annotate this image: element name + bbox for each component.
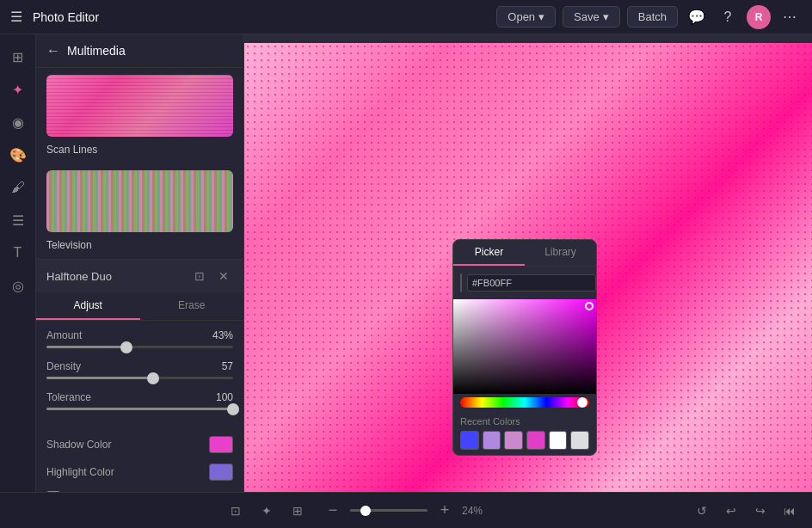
- sidebar-more-icon[interactable]: ◎: [4, 272, 32, 299]
- highlight-color-label: Highlight Color: [46, 466, 114, 478]
- redo-icon[interactable]: ↪: [748, 499, 772, 523]
- tab-erase[interactable]: Erase: [140, 292, 244, 320]
- recent-swatch-5[interactable]: [549, 431, 568, 450]
- tab-adjust[interactable]: Adjust: [36, 292, 140, 320]
- density-slider-row: Density 57: [46, 360, 233, 379]
- icon-sidebar: ⊞ ✦ ◉ 🎨 🖌 ☰ T ◎: [0, 34, 36, 492]
- picker-gradient-area[interactable]: [453, 299, 596, 394]
- television-label: Television: [46, 239, 92, 251]
- bottom-toolbar-left: ⊡ ✦ ⊞: [224, 499, 310, 523]
- density-slider-track[interactable]: [46, 377, 233, 379]
- main-area: ⊞ ✦ ◉ 🎨 🖌 ☰ T ◎ ← Multimedia Scan Lines …: [0, 34, 812, 492]
- recent-swatches: [460, 431, 589, 450]
- scan-lines-preview: [46, 75, 233, 137]
- picker-hex-input[interactable]: [467, 274, 596, 292]
- amount-slider-row: Amount 43%: [46, 329, 233, 348]
- tolerance-label-row: Tolerance 100: [46, 391, 233, 403]
- amount-value: 43%: [212, 329, 233, 341]
- sidebar-brush-icon[interactable]: 🖌: [4, 174, 32, 201]
- highlight-color-swatch[interactable]: [209, 464, 233, 481]
- reset-icon[interactable]: ↺: [690, 499, 714, 523]
- sidebar-text-icon[interactable]: T: [4, 239, 32, 267]
- tolerance-label: Tolerance: [46, 391, 91, 403]
- halftone-panel: Halftone Duo ⊡ ✕ Adjust Erase Amount 43%: [36, 259, 243, 492]
- zoom-in-button[interactable]: +: [433, 499, 457, 523]
- halftone-actions: ⊡ ✕: [190, 267, 233, 285]
- density-label-row: Density 57: [46, 360, 233, 372]
- scan-lines-label: Scan Lines: [46, 144, 97, 156]
- zoom-slider-track[interactable]: [350, 509, 428, 512]
- effects-panel: ← Multimedia Scan Lines Television Halft…: [36, 34, 244, 492]
- sidebar-color-icon[interactable]: 🎨: [4, 141, 32, 169]
- picker-hue-bar[interactable]: [460, 397, 589, 408]
- recent-swatch-2[interactable]: [483, 431, 501, 450]
- density-label: Density: [46, 360, 81, 372]
- bottom-toolbar: ⊡ ✦ ⊞ − + 24% ↺ ↩ ↪ ⏮: [0, 492, 812, 528]
- picker-tab-picker[interactable]: Picker: [453, 240, 525, 266]
- amount-label-row: Amount 43%: [46, 329, 233, 341]
- topbar: ☰ Photo Editor Open ▾ Save ▾ Batch 💬 ? R…: [0, 0, 812, 34]
- picker-swatch[interactable]: [460, 273, 462, 292]
- batch-button[interactable]: Batch: [627, 6, 678, 28]
- panel-header: ← Multimedia: [36, 34, 243, 68]
- picker-color-bar: ⊙ # ⊞ +: [453, 267, 596, 299]
- scan-lines-card[interactable]: Scan Lines: [36, 68, 243, 163]
- tolerance-value: 100: [216, 391, 233, 403]
- halftone-tabs: Adjust Erase: [36, 292, 243, 321]
- recent-swatch-6[interactable]: [570, 431, 589, 450]
- zoom-out-button[interactable]: −: [321, 499, 345, 523]
- invert-row: ✓ Invert: [36, 486, 243, 492]
- canvas-area: Picker Library ⊙ # ⊞ + Recent Colors: [244, 34, 812, 492]
- slider-section: Amount 43% Density 57: [36, 321, 243, 431]
- app-title: Photo Editor: [33, 10, 99, 24]
- first-frame-icon[interactable]: ⏮: [778, 499, 802, 523]
- density-value: 57: [222, 360, 233, 372]
- recent-swatch-3[interactable]: [504, 431, 523, 450]
- halftone-header: Halftone Duo ⊡ ✕: [36, 260, 243, 292]
- back-button[interactable]: ←: [46, 43, 60, 58]
- bottom-toolbar-right: ↺ ↩ ↪ ⏮: [690, 499, 802, 523]
- fit-icon[interactable]: ✦: [255, 499, 279, 523]
- close-icon[interactable]: ✕: [214, 267, 233, 285]
- recent-swatch-4[interactable]: [526, 431, 545, 450]
- undo-icon[interactable]: ↩: [719, 499, 743, 523]
- topbar-buttons: Open ▾ Save ▾ Batch 💬 ? R ⋯: [496, 5, 802, 29]
- shadow-color-row: Shadow Color: [36, 431, 243, 458]
- highlight-color-row: Highlight Color: [36, 458, 243, 486]
- sidebar-layers-icon[interactable]: ☰: [4, 206, 32, 234]
- zoom-controls: − + 24%: [321, 499, 491, 523]
- shadow-color-swatch[interactable]: [209, 436, 233, 453]
- picker-tab-library[interactable]: Library: [525, 240, 596, 266]
- zoom-value: 24%: [462, 505, 491, 517]
- television-card[interactable]: Television: [36, 163, 243, 259]
- zoom-slider-thumb: [360, 506, 371, 516]
- recent-colors-label: Recent Colors: [460, 416, 589, 427]
- tolerance-slider-track[interactable]: [46, 408, 233, 410]
- recent-colors-section: Recent Colors: [453, 411, 596, 455]
- amount-label: Amount: [46, 329, 82, 341]
- sidebar-view-icon[interactable]: ◉: [4, 108, 32, 136]
- grid-view-icon[interactable]: ⊞: [286, 499, 310, 523]
- duplicate-icon[interactable]: ⊡: [190, 267, 209, 285]
- picker-hue-thumb: [577, 397, 587, 408]
- help-icon[interactable]: ?: [716, 5, 740, 29]
- picker-cursor: [585, 302, 594, 310]
- more-icon[interactable]: ⋯: [778, 5, 802, 29]
- picker-tabs: Picker Library: [453, 240, 596, 267]
- crop-icon[interactable]: ⊡: [224, 499, 248, 523]
- open-button[interactable]: Open ▾: [496, 6, 556, 28]
- shadow-color-label: Shadow Color: [46, 439, 111, 451]
- sidebar-effects-icon[interactable]: ✦: [4, 76, 32, 103]
- color-picker-popup: Picker Library ⊙ # ⊞ + Recent Colors: [452, 239, 597, 456]
- television-preview: [46, 170, 233, 232]
- sidebar-select-icon[interactable]: ⊞: [4, 43, 32, 71]
- tolerance-slider-row: Tolerance 100: [46, 391, 233, 410]
- chat-icon[interactable]: 💬: [685, 5, 709, 29]
- halftone-title: Halftone Duo: [46, 270, 112, 283]
- save-button[interactable]: Save ▾: [563, 6, 620, 28]
- recent-swatch-1[interactable]: [460, 431, 479, 450]
- avatar[interactable]: R: [747, 5, 771, 29]
- panel-title: Multimedia: [67, 44, 126, 58]
- amount-slider-track[interactable]: [46, 346, 233, 348]
- menu-icon[interactable]: ☰: [10, 9, 22, 25]
